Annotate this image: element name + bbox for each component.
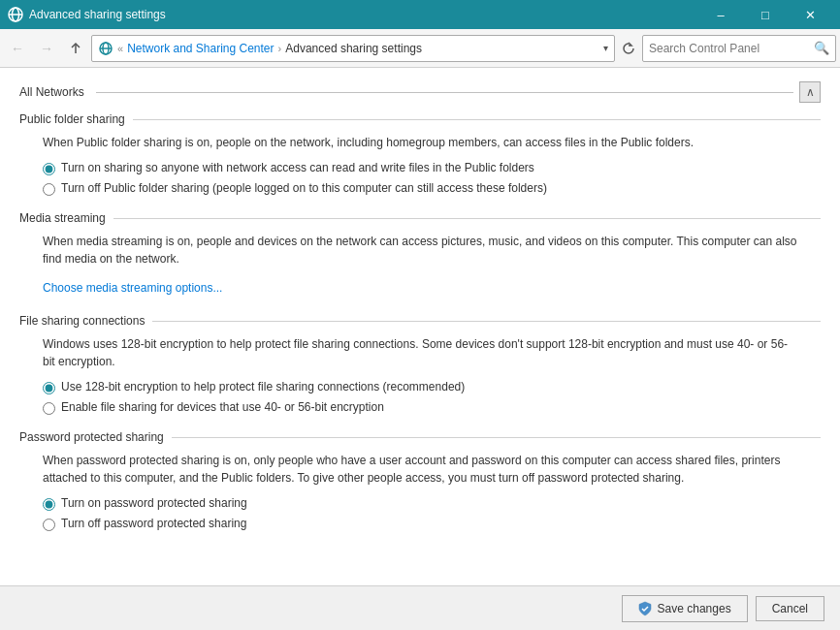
public-folder-option-2[interactable]: Turn off Public folder sharing (people l… [43, 181, 797, 196]
password-sharing-title: Password protected sharing [19, 430, 172, 444]
public-folder-sharing-description: When Public folder sharing is on, people… [43, 134, 797, 151]
subsection-line-4 [172, 437, 821, 438]
media-streaming-description: When media streaming is on, people and d… [43, 233, 797, 268]
nav-bar: ← → « Network and Sharing Center › Advan… [0, 29, 840, 68]
media-streaming-title: Media streaming [19, 211, 113, 225]
password-sharing-description: When password protected sharing is on, o… [43, 452, 797, 487]
public-folder-sharing-header: Public folder sharing [19, 112, 821, 126]
refresh-button[interactable] [617, 36, 640, 61]
public-folder-option-1-label: Turn on sharing so anyone with network a… [61, 161, 534, 174]
bottom-bar: Save changes Cancel [0, 585, 840, 630]
breadcrumb-back-arrows: « [117, 43, 123, 54]
title-bar-title: Advanced sharing settings [29, 8, 698, 21]
file-sharing-header: File sharing connections [19, 314, 821, 328]
public-folder-radio-1[interactable] [43, 163, 55, 175]
password-sharing-options: Turn on password protected sharing Turn … [43, 496, 797, 531]
title-bar: Advanced sharing settings – □ ✕ [0, 0, 840, 29]
subsection-line-2 [113, 218, 821, 219]
media-streaming-header: Media streaming [19, 211, 821, 225]
password-sharing-option-1-label: Turn on password protected sharing [61, 496, 247, 510]
search-box[interactable]: 🔍 [642, 35, 836, 62]
public-folder-radio-2[interactable] [43, 183, 55, 196]
up-button[interactable] [62, 35, 89, 62]
section-header-line [96, 92, 793, 93]
file-sharing-option-1[interactable]: Use 128-bit encryption to help protect f… [43, 380, 797, 394]
public-folder-sharing-options: Turn on sharing so anyone with network a… [43, 161, 797, 196]
search-input[interactable] [649, 42, 814, 55]
public-folder-option-1[interactable]: Turn on sharing so anyone with network a… [43, 161, 797, 175]
file-sharing-options: Use 128-bit encryption to help protect f… [43, 380, 797, 415]
subsection-line-3 [152, 321, 821, 322]
search-icon: 🔍 [814, 41, 829, 55]
public-folder-sharing-title: Public folder sharing [19, 112, 133, 126]
subsection-line-1 [133, 119, 821, 120]
scrollable-content[interactable]: All Networks ∧ Public folder sharing Whe… [0, 68, 840, 585]
cancel-button[interactable]: Cancel [756, 596, 824, 621]
password-sharing-option-2-label: Turn off password protected sharing [61, 517, 246, 530]
password-sharing-option-2[interactable]: Turn off password protected sharing [43, 517, 797, 531]
content-area: All Networks ∧ Public folder sharing Whe… [0, 68, 840, 630]
file-sharing-option-1-label: Use 128-bit encryption to help protect f… [61, 380, 465, 394]
password-sharing-radio-2[interactable] [43, 519, 55, 531]
password-sharing-header: Password protected sharing [19, 430, 821, 444]
file-sharing-radio-1[interactable] [43, 382, 55, 394]
maximize-button[interactable]: □ [743, 0, 788, 29]
file-sharing-section: File sharing connections Windows uses 12… [19, 314, 821, 415]
file-sharing-option-2-label: Enable file sharing for devices that use… [61, 400, 384, 414]
all-networks-label: All Networks [19, 85, 92, 99]
all-networks-section: All Networks ∧ Public folder sharing Whe… [19, 81, 821, 531]
file-sharing-title: File sharing connections [19, 314, 152, 328]
title-bar-icon [8, 7, 23, 22]
address-dropdown-arrow[interactable]: ▾ [603, 43, 608, 53]
file-sharing-option-2[interactable]: Enable file sharing for devices that use… [43, 400, 797, 415]
breadcrumb: Network and Sharing Center › Advanced sh… [127, 42, 599, 55]
shield-icon [638, 601, 652, 616]
password-sharing-option-1[interactable]: Turn on password protected sharing [43, 496, 797, 511]
password-sharing-radio-1[interactable] [43, 498, 55, 511]
save-changes-label: Save changes [658, 602, 731, 615]
minimize-button[interactable]: – [698, 0, 743, 29]
media-streaming-section: Media streaming When media streaming is … [19, 211, 821, 299]
public-folder-sharing-section: Public folder sharing When Public folder… [19, 112, 821, 196]
breadcrumb-sep: › [278, 43, 282, 54]
back-button[interactable]: ← [4, 35, 31, 62]
password-sharing-section: Password protected sharing When password… [19, 430, 821, 531]
title-bar-buttons: – □ ✕ [698, 0, 832, 29]
section-header-all-networks: All Networks ∧ [19, 81, 821, 103]
forward-button[interactable]: → [33, 35, 60, 62]
breadcrumb-item-1[interactable]: Network and Sharing Center [127, 42, 274, 55]
network-icon [98, 41, 113, 56]
close-button[interactable]: ✕ [788, 0, 832, 29]
save-changes-button[interactable]: Save changes [622, 595, 748, 622]
file-sharing-radio-2[interactable] [43, 402, 55, 415]
file-sharing-description: Windows uses 128-bit encryption to help … [43, 335, 797, 370]
media-streaming-link[interactable]: Choose media streaming options... [43, 281, 222, 295]
address-bar[interactable]: « Network and Sharing Center › Advanced … [91, 35, 615, 62]
breadcrumb-item-2: Advanced sharing settings [285, 42, 422, 55]
collapse-button[interactable]: ∧ [799, 81, 821, 103]
public-folder-option-2-label: Turn off Public folder sharing (people l… [61, 181, 547, 195]
